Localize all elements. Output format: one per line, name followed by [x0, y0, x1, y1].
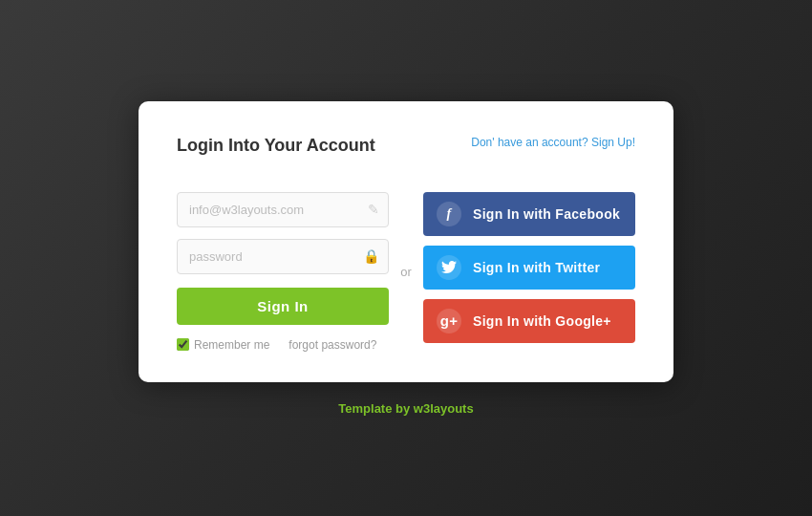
email-input[interactable] — [177, 192, 389, 227]
remember-checkbox[interactable] — [177, 338, 189, 351]
twitter-icon — [437, 255, 461, 280]
footer: Template by w3layouts — [338, 401, 473, 416]
remember-row: Remember me forgot password? — [177, 338, 389, 352]
footer-link[interactable]: w3layouts — [414, 401, 474, 416]
right-panel: f Sign In with Facebook Sign In with Twi… — [423, 192, 635, 343]
left-panel: ✎ 🔒 Sign In Remember me forgot password? — [177, 192, 389, 352]
google-signin-button[interactable]: g+ Sign In with Google+ — [423, 299, 635, 343]
signin-button[interactable]: Sign In — [177, 288, 389, 325]
user-icon: ✎ — [368, 202, 379, 217]
password-input[interactable] — [177, 239, 389, 274]
facebook-signin-button[interactable]: f Sign In with Facebook — [423, 192, 635, 236]
signup-link[interactable]: Don' have an account? Sign Up! — [471, 136, 635, 149]
facebook-icon: f — [437, 202, 461, 226]
password-wrap: 🔒 — [177, 239, 389, 274]
login-card: Login Into Your Account Don' have an acc… — [139, 101, 673, 382]
twitter-signin-button[interactable]: Sign In with Twitter — [423, 246, 635, 290]
or-divider: or — [396, 261, 416, 283]
remember-label: Remember me — [177, 338, 269, 352]
google-plus-icon: g+ — [437, 309, 461, 333]
forgot-password-link[interactable]: forgot password? — [288, 338, 376, 352]
lock-icon: 🔒 — [363, 248, 379, 264]
email-wrap: ✎ — [177, 192, 389, 227]
card-title: Login Into Your Account — [177, 136, 375, 156]
